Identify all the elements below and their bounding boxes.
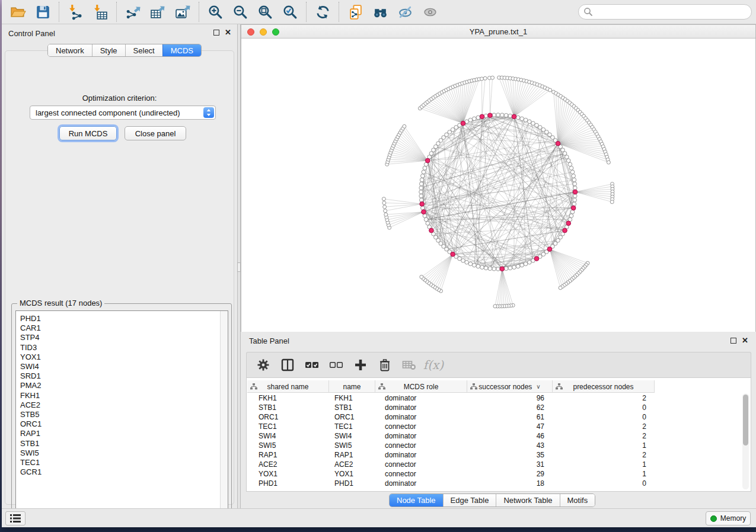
tab-motifs[interactable]: Motifs (560, 494, 595, 507)
table-row[interactable]: FKH1FKH1dominator962 (247, 393, 655, 403)
export-image-icon[interactable] (170, 2, 195, 21)
control-panel-title: Control Panel (8, 29, 55, 38)
delete-column-icon[interactable] (377, 357, 393, 373)
delete-table-icon[interactable] (401, 357, 417, 373)
result-item[interactable]: YOX1 (16, 352, 228, 362)
column-layout-icon[interactable] (279, 357, 296, 373)
zoom-in-icon[interactable] (203, 2, 228, 21)
run-mcds-button[interactable]: Run MCDS (59, 126, 117, 140)
tree-icon (556, 383, 563, 390)
zoom-fit-icon[interactable] (253, 2, 277, 21)
toolbar-group-network-tools (339, 2, 446, 22)
search-input[interactable] (578, 4, 752, 20)
close-panel-icon[interactable]: ✕ (225, 30, 231, 36)
column-header-successor-nodes[interactable]: successor nodes ∨ (467, 380, 553, 393)
search-box (578, 4, 752, 20)
table-row[interactable]: ORC1ORC1dominator610 (247, 412, 655, 422)
result-item[interactable]: STB1 (16, 439, 228, 448)
table-row[interactable]: YOX1YOX1connector291 (247, 469, 655, 479)
table-row[interactable]: RAP1RAP1dominator352 (247, 450, 655, 460)
first-neighbors-icon[interactable] (368, 2, 393, 21)
column-header-shared-name[interactable]: shared name (247, 380, 329, 393)
toolbar-group-export (116, 2, 199, 22)
memory-button[interactable]: Memory (706, 511, 751, 525)
zoom-selected-icon[interactable] (277, 2, 302, 21)
table-row[interactable]: ACE2ACE2connector311 (247, 460, 655, 469)
column-header-name[interactable]: name (329, 380, 375, 393)
result-item[interactable]: TEC1 (16, 458, 228, 467)
search-icon (583, 7, 593, 17)
table-scrollbar-thumb[interactable] (743, 395, 748, 446)
column-header-mcds-role[interactable]: MCDS role (375, 380, 467, 393)
table-toolbar: f(x) (246, 352, 751, 377)
show-columns-icon[interactable] (304, 357, 320, 373)
result-item[interactable]: PHD1 (16, 314, 228, 323)
task-history-button[interactable] (5, 511, 25, 525)
toolbar-group-zoom (199, 2, 306, 22)
hide-selected-icon[interactable] (393, 2, 417, 21)
mcds-tab-panel: Optimization criterion: largest connecte… (5, 50, 234, 505)
table-row[interactable]: PHD1PHD1dominator180 (247, 479, 655, 488)
add-column-icon[interactable] (352, 357, 369, 373)
tab-network[interactable]: Network (48, 44, 92, 56)
table-body: FKH1FKH1dominator962 STB1STB1dominator62… (247, 393, 655, 488)
close-table-panel-icon[interactable]: ✕ (742, 338, 748, 344)
apply-layout-icon[interactable] (310, 2, 335, 21)
result-item[interactable]: PMA2 (16, 381, 228, 390)
result-item[interactable]: SWI5 (16, 448, 228, 458)
close-panel-button[interactable]: Close panel (125, 126, 186, 140)
result-item[interactable]: RAP1 (16, 429, 228, 438)
result-item[interactable]: ACE2 (16, 400, 228, 410)
table-tabs: Node Table Edge Table Network Table Moti… (389, 493, 595, 507)
tab-node-table[interactable]: Node Table (390, 494, 443, 507)
mcds-result-title: MCDS result (17 nodes) (17, 299, 104, 307)
show-all-icon[interactable] (417, 2, 442, 21)
hide-columns-icon[interactable] (328, 357, 344, 373)
result-item[interactable]: TID3 (16, 343, 228, 352)
tab-network-table[interactable]: Network Table (496, 494, 559, 507)
float-panel-icon[interactable] (213, 30, 219, 36)
import-network-icon[interactable] (63, 2, 88, 21)
result-item[interactable]: SWI4 (16, 362, 228, 371)
result-scrollbar[interactable] (220, 311, 228, 519)
table-settings-icon[interactable] (255, 357, 272, 373)
network-from-selection-icon[interactable] (343, 2, 368, 21)
save-session-icon[interactable] (30, 2, 55, 21)
toolbar-group-import (59, 2, 116, 22)
optimization-criterion-select[interactable]: largest connected component (undirected) (30, 105, 216, 120)
export-table-icon[interactable] (145, 2, 170, 21)
result-item[interactable]: SRD1 (16, 371, 228, 381)
table-row[interactable]: TEC1TEC1connector472 (247, 422, 655, 431)
result-item[interactable]: CAR1 (16, 323, 228, 333)
open-session-icon[interactable] (5, 2, 30, 21)
control-panel-tabs: Network Style Select MCDS (47, 44, 202, 57)
network-window-title: YPA_prune.txt_1 (241, 27, 755, 36)
table-header-row: shared name name MCDS role successor nod… (247, 380, 655, 393)
import-table-icon[interactable] (88, 2, 113, 21)
network-canvas[interactable] (241, 39, 755, 332)
control-panel: Control Panel ✕ Network Style Select MCD… (2, 24, 237, 508)
network-graph[interactable] (241, 39, 755, 332)
column-header-predecessor-nodes[interactable]: predecessor nodes (553, 380, 655, 393)
workspace: YPA_prune.txt_1 Table Panel ✕ (241, 24, 756, 508)
application-window: Control Panel ✕ Network Style Select MCD… (2, 0, 756, 527)
zoom-out-icon[interactable] (228, 2, 253, 21)
float-table-panel-icon[interactable] (731, 338, 736, 344)
result-item[interactable]: GCR1 (16, 467, 228, 477)
mcds-result-list[interactable]: PHD1 CAR1 STP4 TID3 YOX1 SWI4 SRD1 PMA2 … (15, 310, 228, 520)
tab-select[interactable]: Select (125, 44, 162, 56)
table-scrollbar[interactable] (742, 393, 749, 489)
result-item[interactable]: STP4 (16, 333, 228, 342)
function-builder-icon[interactable]: f(x) (425, 357, 442, 373)
table-row[interactable]: SWI5SWI5connector431 (247, 441, 655, 450)
result-item[interactable]: FKH1 (16, 391, 228, 400)
result-item[interactable]: ORC1 (16, 419, 228, 429)
tab-mcds[interactable]: MCDS (162, 44, 201, 56)
memory-label: Memory (720, 514, 746, 523)
tab-style[interactable]: Style (92, 44, 125, 56)
result-item[interactable]: STB5 (16, 410, 228, 419)
export-network-icon[interactable] (120, 2, 145, 21)
table-row[interactable]: SWI4SWI4dominator462 (247, 431, 655, 441)
tab-edge-table[interactable]: Edge Table (443, 494, 496, 507)
table-row[interactable]: STB1STB1dominator620 (247, 403, 655, 412)
